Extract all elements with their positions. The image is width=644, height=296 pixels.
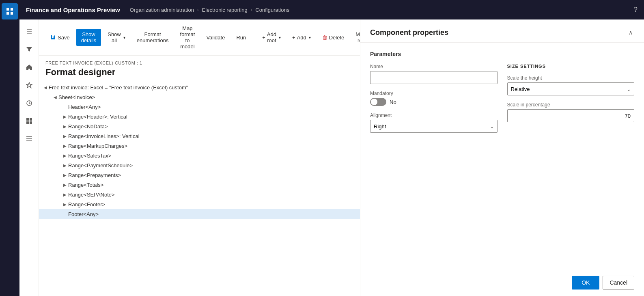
range-paymentschedule-expand-icon[interactable]: ▶ — [62, 162, 68, 169]
mandatory-label: Mandatory — [370, 91, 498, 96]
breadcrumb-chevron-2: › — [251, 7, 252, 12]
tree-item-range-header[interactable]: ▶ Range<Header>: Vertical — [39, 112, 360, 121]
list-icon[interactable] — [22, 132, 37, 146]
range-footer-expand-icon[interactable]: ▶ — [62, 201, 68, 207]
scale-height-field-group: Scale the height Relative Absolute Auto — [507, 75, 635, 95]
hamburger-icon[interactable]: ☰ — [22, 24, 37, 39]
scale-height-label: Scale the height — [507, 75, 635, 81]
run-button[interactable]: Run — [231, 32, 251, 43]
range-invoicelines-expand-icon[interactable]: ▶ — [62, 133, 68, 139]
alignment-field-group: Alignment Left Center Right — [370, 112, 498, 133]
save-button[interactable]: Save — [45, 32, 75, 43]
recent-icon[interactable] — [22, 96, 37, 110]
mandatory-toggle[interactable] — [370, 98, 386, 106]
toggle-knob — [371, 99, 377, 105]
sheet-expand-icon[interactable]: ◀ — [52, 94, 58, 100]
favorites-icon[interactable] — [22, 78, 37, 93]
root-expand-icon[interactable]: ◀ — [42, 84, 49, 91]
tree-item-header-any[interactable]: ▶ Header<Any> — [39, 102, 360, 112]
params-grid: Name Mandatory No — [370, 64, 634, 139]
page-title: Format designer — [45, 67, 353, 78]
show-details-label: Show details — [81, 31, 97, 43]
svg-rect-7 — [26, 121, 29, 124]
tree-item-range-paymentschedule-text: Range<PaymentSchedule> — [68, 162, 133, 169]
delete-label: Delete — [329, 35, 345, 41]
breadcrumb-item-1[interactable]: Organization administration — [130, 7, 194, 13]
params-right-column: SIZE SETTINGS Scale the height Relative … — [507, 64, 635, 139]
ok-button[interactable]: OK — [572, 276, 599, 290]
svg-rect-3 — [11, 12, 13, 15]
apps-icon[interactable] — [2, 3, 18, 19]
range-prepayments-expand-icon[interactable]: ▶ — [62, 172, 68, 178]
page-header: FREE TEXT INVOICE (EXCEL) CUSTOM : 1 For… — [39, 56, 360, 79]
tree-item-range-nodata[interactable]: ▶ Range<NoData> — [39, 121, 360, 131]
mandatory-toggle-row: No — [370, 98, 498, 106]
collapse-panel-button[interactable]: ∧ — [627, 28, 634, 37]
workspace-icon[interactable] — [22, 114, 37, 128]
make-root-button[interactable]: Make root — [351, 29, 360, 46]
tree-item-range-totals[interactable]: ▶ Range<Totals> — [39, 180, 360, 190]
mandatory-toggle-label: No — [390, 99, 396, 105]
format-enumerations-button[interactable]: Format enumerations — [132, 29, 174, 46]
scale-percentage-field-group: Scale in percentage — [507, 102, 635, 122]
tree-item-range-footer[interactable]: ▶ Range<Footer> — [39, 199, 360, 209]
tree-item-sheet-invoice[interactable]: ◀ Sheet<Invoice> — [39, 92, 360, 102]
tree-item-range-salestax[interactable]: ▶ Range<SalesTax> — [39, 151, 360, 160]
tree-item-range-prepayments-text: Range<Prepayments> — [68, 172, 121, 178]
show-all-arrow: ▾ — [123, 35, 125, 40]
alignment-select[interactable]: Left Center Right — [370, 120, 498, 133]
name-input[interactable] — [370, 71, 498, 84]
tree-item-range-invoicelines[interactable]: ▶ Range<InvoiceLines>: Vertical — [39, 131, 360, 141]
tree-item-range-sepanote[interactable]: ▶ Range<SEPANote> — [39, 190, 360, 199]
tree-item-range-footer-text: Range<Footer> — [68, 201, 105, 207]
range-nodata-expand-icon[interactable]: ▶ — [62, 123, 68, 130]
breadcrumb-item-2[interactable]: Electronic reporting — [202, 7, 248, 13]
mandatory-field-group: Mandatory No — [370, 91, 498, 106]
page-sidebar: ☰ — [19, 19, 39, 296]
validate-button[interactable]: Validate — [201, 32, 230, 43]
range-sepanote-expand-icon[interactable]: ▶ — [62, 191, 68, 198]
tree-item-range-prepayments[interactable]: ▶ Range<Prepayments> — [39, 170, 360, 180]
range-salestax-expand-icon[interactable]: ▶ — [62, 152, 68, 159]
tree-item-range-nodata-text: Range<NoData> — [68, 123, 108, 130]
scale-percentage-input[interactable] — [507, 109, 635, 122]
scale-height-select[interactable]: Relative Absolute Auto — [507, 82, 635, 95]
tree-item-range-markupcharges-text: Range<MarkupCharges> — [68, 143, 127, 149]
breadcrumb-item-3[interactable]: Configurations — [255, 7, 289, 13]
tree-item-footer-any[interactable]: ▶ Footer<Any> — [39, 209, 360, 219]
home-icon[interactable] — [22, 60, 37, 75]
params-section: Parameters Name Mandatory — [360, 43, 644, 147]
alignment-select-wrapper: Left Center Right — [370, 120, 498, 133]
show-all-label: Show all — [108, 31, 121, 43]
breadcrumb: Organization administration › Electronic… — [130, 7, 289, 13]
name-label: Name — [370, 64, 498, 69]
tree-item-header-text: Header<Any> — [68, 104, 101, 110]
tree-item-range-salestax-text: Range<SalesTax> — [68, 153, 111, 159]
svg-rect-8 — [30, 121, 32, 124]
help-icon[interactable]: ? — [634, 6, 638, 13]
content-area: ☰ — [19, 19, 644, 296]
range-totals-expand-icon[interactable]: ▶ — [62, 181, 68, 188]
svg-rect-1 — [11, 8, 13, 11]
add-root-button[interactable]: + Add root ▾ — [257, 29, 286, 46]
tree-item-range-markupcharges[interactable]: ▶ Range<MarkupCharges> — [39, 141, 360, 151]
svg-rect-6 — [30, 118, 32, 121]
show-details-button[interactable]: Show details — [76, 29, 101, 46]
add-root-icon: + — [262, 35, 265, 41]
map-format-to-model-button[interactable]: Map format to model — [175, 23, 200, 52]
title-bar: Finance and Operations Preview Organizat… — [19, 0, 644, 19]
delete-button[interactable]: 🗑 Delete — [317, 32, 349, 43]
delete-icon: 🗑 — [322, 35, 327, 41]
range-header-expand-icon[interactable]: ▶ — [62, 113, 68, 120]
cancel-button[interactable]: Cancel — [603, 276, 634, 290]
tree-root-item[interactable]: ◀ Free text invoice: Excel = "Free text … — [39, 82, 360, 92]
add-button[interactable]: + Add ▾ — [287, 32, 316, 43]
show-all-button[interactable]: Show all ▾ — [103, 29, 130, 46]
format-enumerations-label: Format enumerations — [137, 31, 169, 43]
range-markupcharges-expand-icon[interactable]: ▶ — [62, 143, 68, 149]
alignment-label: Alignment — [370, 112, 498, 118]
tree-container[interactable]: ◀ Free text invoice: Excel = "Free text … — [39, 79, 360, 296]
add-label: Add — [297, 35, 306, 41]
filter-icon[interactable] — [22, 42, 37, 57]
tree-item-range-paymentschedule[interactable]: ▶ Range<PaymentSchedule> — [39, 160, 360, 170]
